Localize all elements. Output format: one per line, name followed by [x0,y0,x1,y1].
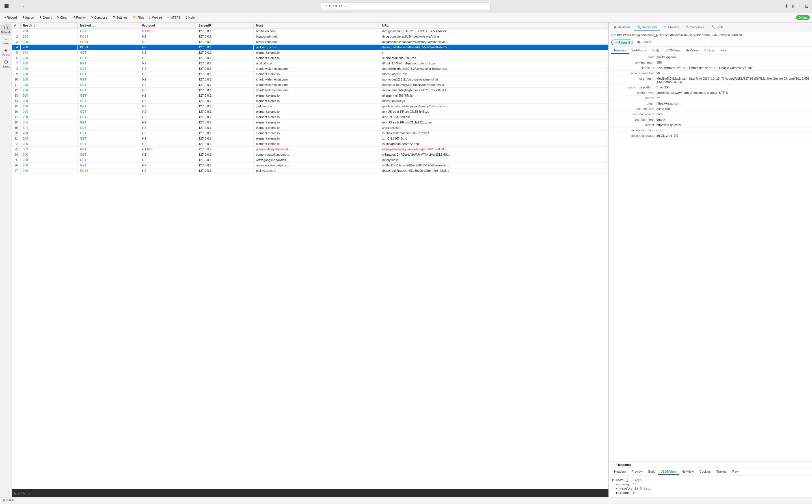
sidebar-item-label-values: Values [2,54,10,57]
sub-tab-webforms[interactable]: WebForms [629,47,650,54]
help-button[interactable]: ? Help [184,15,197,20]
table-row[interactable]: 20200GETH2127.0.0.1element.eleme.io/stat… [12,131,608,136]
filter-input[interactable] [14,492,71,495]
resp-tab-headers[interactable]: Headers [611,469,629,475]
share-icon[interactable]: ⬆ [791,3,795,9]
sub-tab-raw[interactable]: Raw [718,47,730,54]
tab-timeline[interactable]: ⏱ Timeline [660,24,683,31]
https-button[interactable]: ✓ HTTPS [165,15,182,20]
table-row[interactable]: 12200GETH2127.0.0.1shadow.elemecdn.com/a… [12,88,608,93]
cell-num: 10 [12,77,20,82]
cell-result: 200 [20,82,77,88]
json-root-arrow[interactable]: ▼ [612,478,614,482]
table-row[interactable]: 26200GETH2127.0.0.1www.google-analytics.… [12,163,608,168]
cell-url: /app/element/highlight.pack.b1f71b31-3c0… [380,88,608,93]
resp-tab-raw[interactable]: Raw [730,469,741,475]
resp-tab-cookies[interactable]: Cookies [697,469,714,475]
files-button[interactable]: 📁 Files [131,15,146,20]
col-host[interactable]: Host [254,23,380,29]
sub-tab-hexview[interactable]: HexView [683,47,701,54]
inspector-tabs-more[interactable]: › [805,24,811,31]
sidebar-item-values[interactable]: ◈ Values [1,47,11,58]
sub-tab-headers[interactable]: Headers [611,47,629,54]
table-row[interactable]: 15200GETH2127.0.0.1csdnimg.cn/public/com… [12,104,608,109]
compose-button[interactable]: ✎ Compose [89,15,109,20]
weinre-button[interactable]: ▷ Weinre [147,15,164,20]
table-row[interactable]: 19304GETH2127.0.0.1element.eleme.io/vers… [12,125,608,131]
table-row[interactable]: 14200GETH2127.0.0.1element.eleme.io/docs… [12,98,608,104]
table-row[interactable]: 21200GETH2127.0.0.1element.eleme.io/zh-C… [12,136,608,141]
table-row[interactable]: 6200GETH2127.0.0.1element.eleme.io/eleme… [12,55,608,61]
forward-btn[interactable]: › [20,3,27,9]
table-row[interactable]: 2200POSTH2127.0.0.1bizapi.csdn.net/blog-… [12,34,608,39]
export-button[interactable]: ⬇ Export [37,15,54,20]
back-btn[interactable]: ‹ [12,3,18,9]
table-row[interactable]: 8200GETH2127.0.0.1shadow.elemecdn.com/np… [12,66,608,71]
tab-composer[interactable]: ✎ Composer [683,23,708,31]
address-bar[interactable]: 🛡 127.0.0.1 ↻ [321,3,490,10]
table-row[interactable]: 5304GETH2127.0.0.1element.eleme.io/ [12,50,608,55]
table-row[interactable]: 18304GETH2127.0.0.1element.eleme.io/en-U… [12,120,608,125]
cell-serverip: 127.0.0.1 [196,141,254,147]
header-row: sec-ch-ua" Not A;Brand";v="99", "Chromiu… [609,65,812,71]
col-method[interactable]: Method ▲ [77,23,140,29]
tab-overview[interactable]: ◉ Overview [610,23,634,31]
resp-tab-trailers[interactable]: Trailers [714,469,730,475]
tab-request[interactable]: → Request [611,40,633,45]
resp-tab-preview[interactable]: Preview [629,469,646,475]
table-row[interactable]: 10200GETH2127.0.0.1shadow.elemecdn.com/n… [12,77,608,82]
header-name: content-type [611,91,657,94]
table-row[interactable]: 24200GETH2127.0.0.1content-autofill.goog… [12,152,608,157]
record-button[interactable]: ● Record [2,15,19,20]
sidebar-item-rules[interactable]: ≡ Rules [1,35,11,46]
import-button[interactable]: ⬆ Import [20,15,36,20]
table-row[interactable]: 3200POSTH2127.0.0.1bizapi.csdn.net/blog/… [12,39,608,45]
col-protocol[interactable]: Protocol [140,23,196,29]
tabs-icon[interactable]: ⊞ [805,3,809,9]
col-serverip[interactable]: ServerIP [196,23,254,29]
cell-serverip: 127.0.0.1 [196,50,254,55]
tab-frames[interactable]: ⊞ Frames [634,39,654,45]
new-tab-icon[interactable]: ＋ [798,3,802,9]
cell-protocol: H2 [140,168,196,173]
table-row[interactable]: 13200GETH2127.0.0.1element.eleme.io/elem… [12,93,608,98]
col-num[interactable]: # [12,23,20,29]
tab-tools[interactable]: 🔧 Tools [708,23,727,31]
col-result[interactable]: Result ▲ [20,23,77,29]
network-table-container[interactable]: # Result ▲ Method ▲ Protocol ServerIP Ho… [12,23,608,489]
table-row[interactable]: 22200GETH2127.0.0.1element.eleme.io/stat… [12,141,608,147]
table-row[interactable]: 17200GETH2127.0.0.1element.eleme.io/zh-C… [12,114,608,120]
cell-num: 26 [12,163,20,168]
cell-serverip: 127.0.0.1 [196,82,254,88]
table-row[interactable]: 25200GETH2127.0.0.1www.google-analytics.… [12,157,608,163]
tab-inspectors[interactable]: 🔍 Inspectors [634,23,660,31]
sidebar-item-network[interactable]: ⬡ Network [1,24,11,35]
settings-button[interactable]: ⚙ Settings [110,15,129,20]
table-row[interactable]: 11200GETH2127.0.0.1shadow.elemecdn.com/n… [12,82,608,88]
table-row[interactable]: 1200GETHTTPS127.0.0.1hm.baidu.com/hm.gif… [12,29,608,34]
sub-tab-cookies[interactable]: Cookies [701,47,718,54]
sub-tab-jsonview[interactable]: JSONView [662,47,683,54]
resp-tab-jsonview[interactable]: JSONView [658,469,679,475]
table-row[interactable]: 27200POSTH2127.0.0.1pull.ke.qq.com/base_… [12,168,608,173]
resp-tab-hexview[interactable]: HexView [679,469,697,475]
table-row[interactable]: 7200GETH2127.0.0.1at.alicdn.com/t/font_1… [12,61,608,66]
address-text: 127.0.0.1 [329,4,343,8]
sub-tab-body[interactable]: Body [650,47,662,54]
cell-url: /npm/vue@2.5.21/dist/vue.runtime.min.js [380,77,608,82]
table-row[interactable]: 23502GETHTTPS127.0.0.1private-alipayobje… [12,147,608,152]
table-row[interactable]: 9200GETH2127.0.0.1element.eleme.io/docs.… [12,71,608,77]
header-name: origin [611,102,657,105]
replay-button[interactable]: ↺ Replay [71,15,88,20]
header-row: sec-ch-ua-platform"macOS" [609,85,812,90]
download-icon[interactable]: ⬇ [785,3,788,9]
cell-protocol: HTTPS [140,147,196,152]
clear-button[interactable]: ✕ Clear [55,15,69,20]
resp-tab-body[interactable]: Body [646,469,658,475]
json-result-arrow[interactable]: ▶ [616,487,618,490]
table-row[interactable]: 4200POSTH2127.0.0.1pull.ke.qq.com/base_p… [12,45,608,50]
sidebar-item-plugins[interactable]: ⬡ Plugins [1,58,11,69]
sidebar-toggle-btn[interactable]: ⬛ [3,3,10,9]
col-url[interactable]: URL [380,23,608,29]
table-row[interactable]: 16200GETH2127.0.0.1element.eleme.io/en-U… [12,109,608,114]
